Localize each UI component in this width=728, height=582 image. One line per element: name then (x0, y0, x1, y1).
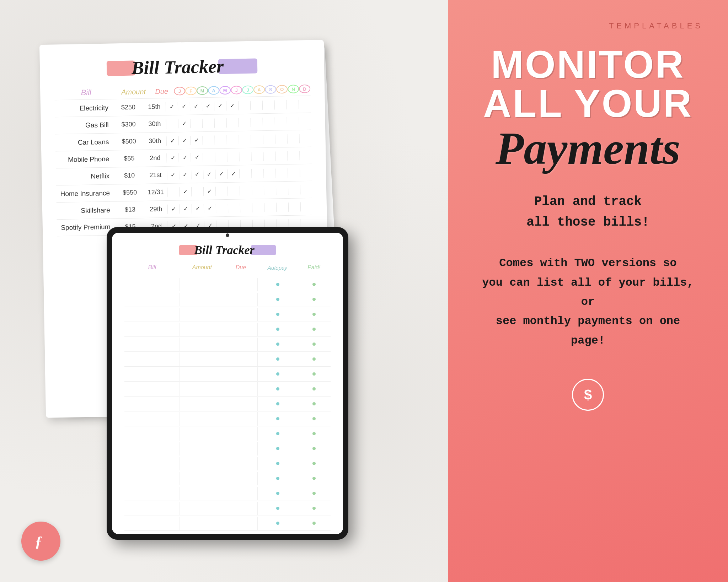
check-cell (239, 169, 251, 178)
check-cell (251, 135, 263, 144)
tablet-autopay-col (258, 477, 298, 480)
comes-text: Comes with TWO versions soyou can list a… (469, 254, 707, 350)
dot-green (312, 417, 316, 420)
tablet-due-cell (224, 308, 258, 321)
tablet-autopay-col (258, 507, 298, 510)
check-cell: ✓ (178, 102, 190, 111)
dot-green (312, 522, 316, 525)
check-cell (228, 203, 240, 213)
check-cell (216, 203, 228, 213)
check-cell (239, 135, 251, 144)
check-cell (202, 135, 214, 145)
dot-green (312, 462, 316, 465)
cell-bill: Gas Bill (55, 121, 114, 130)
tablet-bill-cell (124, 382, 180, 396)
tablet-bill-cell (124, 517, 180, 530)
tablet-table-header: Bill Amount Due Autopay Paid! (124, 264, 331, 274)
tablet-amount-cell (180, 323, 224, 336)
cell-due: 30th (144, 137, 166, 145)
tablet-row (124, 292, 331, 307)
cell-checks: ✓✓✓✓✓✓ (166, 99, 311, 111)
dot-green (312, 283, 316, 286)
check-cell (167, 187, 179, 197)
tablet-due-cell (224, 472, 258, 485)
month-header-j: J (231, 86, 242, 95)
check-cell (299, 134, 311, 143)
check-cell: ✓ (178, 153, 191, 162)
tablet-due-cell (224, 502, 258, 515)
check-cell (276, 185, 288, 195)
tablet-paid-col (298, 507, 331, 510)
check-cell (275, 151, 287, 161)
dot-green (312, 313, 316, 316)
tablet-due-cell (224, 338, 258, 351)
check-cell: ✓ (203, 187, 215, 196)
t-col-bill: Bill (124, 264, 180, 271)
tablet-paid-col (298, 447, 331, 450)
tablet-title-script: Bill Tracker (194, 243, 255, 257)
tablet-paid-col (298, 402, 331, 405)
tablet-autopay-col (258, 283, 298, 286)
tablet-amount-cell (180, 472, 224, 485)
check-cell (227, 152, 239, 162)
tablet-due-cell (224, 367, 258, 381)
check-cell (275, 168, 288, 178)
month-header-d: D (299, 85, 310, 93)
cell-bill: Spotify Premium (57, 223, 116, 232)
tablet-autopay-col (258, 417, 298, 420)
check-cell: ✓ (166, 102, 178, 112)
tablet-amount-cell (180, 338, 224, 351)
month-header-a: A (208, 86, 219, 95)
t-col-autopay: Autopay (257, 265, 297, 271)
cell-due: 2nd (144, 154, 166, 162)
papers-container: Bill Tracker Bill Amount Due JFMAMJJASON… (28, 42, 419, 540)
tablet-paid-col (298, 522, 331, 525)
col-amount-header: Amount (118, 87, 149, 96)
tablet-autopay-col (258, 402, 298, 405)
tablet-autopay-col (258, 298, 298, 301)
check-cell (166, 119, 178, 129)
tablet-due-cell (224, 442, 258, 456)
tablet-amount-cell (180, 308, 224, 321)
check-cell: ✓ (178, 119, 190, 128)
check-cell (250, 101, 262, 110)
title-block-purple (218, 58, 258, 74)
tablet-row (124, 516, 331, 531)
cell-due: 15th (143, 103, 166, 111)
tablet-amount-cell (180, 397, 224, 411)
check-cell: ✓ (227, 169, 239, 179)
check-cell: ✓ (166, 153, 178, 163)
tablet-amount-cell (180, 487, 224, 500)
tablet-due-cell (224, 457, 258, 470)
plan-text: Plan and trackall those bills! (526, 192, 649, 232)
tablet-autopay-col (258, 462, 298, 465)
tablet-paid-col (298, 372, 331, 376)
tablet-due-cell (224, 487, 258, 500)
tablet-bill-cell (124, 397, 180, 411)
check-cell (251, 169, 263, 178)
check-cell (228, 186, 240, 196)
check-cell (275, 117, 287, 126)
dot-teal (276, 357, 279, 361)
dot-green (312, 447, 316, 450)
check-cell (238, 101, 250, 110)
check-cell (240, 203, 252, 212)
check-cell: ✓ (215, 169, 227, 179)
tablet-autopay-col (258, 432, 298, 435)
month-header-j: J (242, 86, 253, 95)
check-cell (202, 118, 214, 128)
month-header-s: S (265, 85, 276, 94)
check-cell (287, 134, 299, 144)
check-cell (239, 152, 251, 161)
check-cell (263, 151, 275, 161)
tablet-due-cell (224, 323, 258, 336)
cell-checks: ✓✓✓✓ (167, 202, 312, 214)
tablet-amount-cell (180, 427, 224, 441)
dot-teal (276, 507, 279, 510)
check-cell (288, 168, 300, 178)
tablet-paid-col (298, 417, 331, 420)
check-cell: ✓ (202, 101, 214, 111)
cell-checks: ✓✓✓ (166, 134, 311, 145)
tablet-paid-col (298, 492, 331, 495)
cell-checks: ✓ (166, 117, 311, 128)
